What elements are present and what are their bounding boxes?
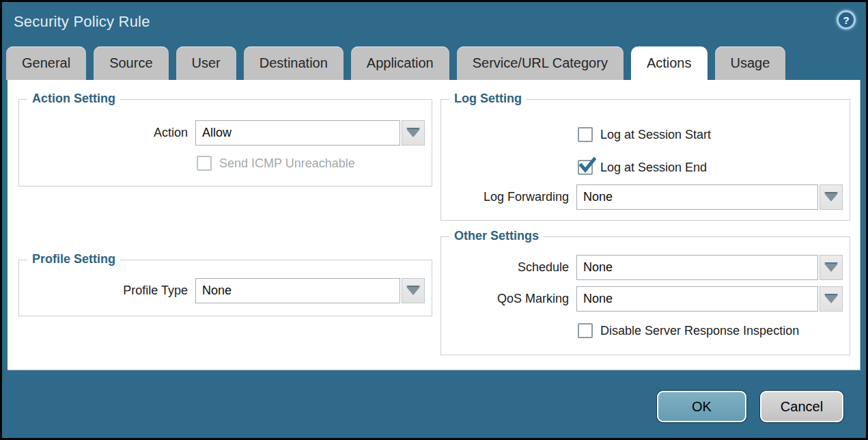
log-setting-legend: Log Setting: [449, 92, 527, 106]
profile-type-dropdown[interactable]: None: [195, 278, 425, 303]
checkmark-icon: [578, 156, 596, 177]
log-setting-group: Log Setting Log at Session Start Log at …: [440, 99, 850, 221]
send-icmp-unreachable-label: Send ICMP Unreachable: [212, 156, 355, 171]
action-dropdown-button[interactable]: [402, 120, 425, 146]
tab-service-url-category[interactable]: Service/URL Category: [457, 46, 624, 80]
qos-marking-dropdown-value[interactable]: None: [576, 286, 818, 312]
chevron-down-icon: [406, 129, 420, 137]
qos-marking-dropdown-button[interactable]: [820, 286, 843, 312]
tab-label: Service/URL Category: [473, 55, 608, 71]
log-at-session-end-label: Log at Session End: [593, 161, 707, 175]
tab-bar: General Source User Destination Applicat…: [6, 46, 785, 80]
log-at-session-start-label: Log at Session Start: [593, 128, 711, 142]
profile-type-dropdown-value[interactable]: None: [195, 278, 400, 303]
tab-label: Destination: [260, 55, 328, 71]
action-setting-group: Action Setting Action Allow Send ICMP Un…: [18, 99, 432, 187]
help-icon-glyph: ?: [843, 14, 849, 26]
profile-type-label: Profile Type: [19, 284, 195, 298]
qos-marking-label: QoS Marking: [441, 292, 576, 306]
schedule-dropdown-value[interactable]: None: [576, 255, 818, 280]
tab-label: Application: [367, 55, 434, 71]
profile-setting-legend: Profile Setting: [27, 252, 120, 266]
tab-content-actions: Action Setting Action Allow Send ICMP Un…: [8, 80, 860, 370]
chevron-down-icon: [824, 295, 838, 303]
log-forwarding-label: Log Forwarding: [441, 190, 576, 204]
log-at-session-start-checkbox[interactable]: [578, 127, 593, 142]
chevron-down-icon: [824, 264, 838, 272]
log-forwarding-dropdown-button[interactable]: [820, 184, 843, 210]
log-at-session-end-checkbox[interactable]: [578, 160, 593, 175]
tab-destination[interactable]: Destination: [244, 46, 344, 80]
schedule-label: Schedule: [441, 260, 576, 275]
tab-label: User: [192, 55, 221, 71]
ok-button-label: OK: [692, 399, 712, 415]
tab-label: General: [22, 55, 70, 71]
help-icon[interactable]: ?: [837, 10, 856, 29]
tab-label: Actions: [647, 55, 692, 71]
tab-actions[interactable]: Actions: [631, 46, 708, 80]
action-dropdown-value[interactable]: Allow: [195, 120, 400, 146]
profile-type-dropdown-button[interactable]: [402, 278, 425, 303]
tab-application[interactable]: Application: [351, 46, 449, 80]
cancel-button[interactable]: Cancel: [760, 391, 843, 422]
tab-source[interactable]: Source: [94, 46, 168, 80]
tab-label: Usage: [731, 55, 770, 71]
tab-general[interactable]: General: [6, 46, 86, 80]
profile-setting-group: Profile Setting Profile Type None: [18, 260, 432, 316]
action-setting-legend: Action Setting: [27, 92, 120, 106]
schedule-dropdown-button[interactable]: [820, 255, 843, 280]
ok-button[interactable]: OK: [657, 391, 746, 422]
send-icmp-unreachable-checkbox[interactable]: [197, 156, 212, 171]
log-forwarding-dropdown[interactable]: None: [576, 184, 843, 210]
disable-server-response-inspection-label: Disable Server Response Inspection: [593, 324, 799, 338]
qos-marking-dropdown[interactable]: None: [576, 286, 843, 312]
other-settings-group: Other Settings Schedule None QoS Marking…: [440, 236, 850, 355]
security-policy-rule-dialog: Security Policy Rule ? General Source Us…: [0, 0, 868, 440]
chevron-down-icon: [824, 193, 838, 202]
tab-user[interactable]: User: [176, 46, 236, 80]
tab-label: Source: [109, 55, 152, 71]
schedule-dropdown[interactable]: None: [576, 255, 843, 280]
tab-usage[interactable]: Usage: [715, 46, 786, 80]
disable-server-response-inspection-checkbox[interactable]: [578, 323, 593, 338]
dialog-title: Security Policy Rule: [14, 13, 150, 31]
action-label: Action: [19, 126, 195, 140]
chevron-down-icon: [406, 287, 420, 295]
action-dropdown[interactable]: Allow: [195, 120, 425, 146]
cancel-button-label: Cancel: [781, 399, 823, 415]
other-settings-legend: Other Settings: [449, 229, 544, 243]
log-forwarding-dropdown-value[interactable]: None: [576, 184, 818, 210]
